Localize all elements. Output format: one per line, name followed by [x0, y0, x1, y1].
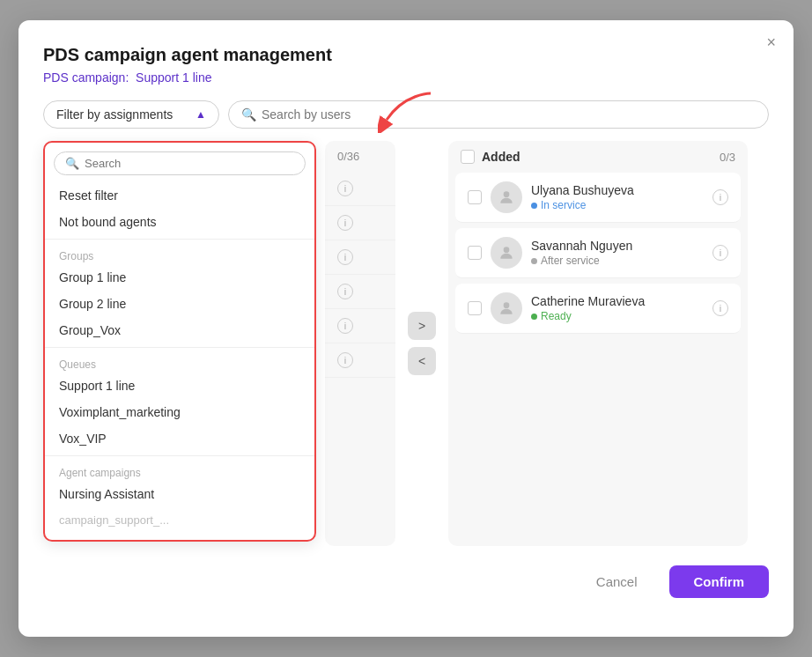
list-item[interactable]: i: [325, 343, 395, 378]
agent-checkbox-savannah[interactable]: [468, 246, 482, 260]
filter-dropdown-label: Filter by assignments: [56, 107, 173, 122]
info-icon-1[interactable]: i: [337, 181, 353, 196]
status-dot-ulyana: [531, 203, 537, 209]
agent-row-catherine: Catherine Muravieva Ready i: [455, 284, 741, 334]
status-dot-savannah: [531, 258, 537, 264]
list-item[interactable]: i: [325, 240, 395, 275]
left-panel: 0/36 i i i i i: [325, 141, 395, 546]
status-dot-catherine: [531, 314, 537, 320]
info-icon-6[interactable]: i: [337, 352, 353, 368]
list-item[interactable]: i: [325, 275, 395, 309]
info-icon-2[interactable]: i: [337, 215, 353, 231]
right-panel: Added 0/3 Ulyana Bushuyeva In service: [448, 141, 748, 546]
dropdown-item-voxvip[interactable]: Vox_VIP: [45, 425, 314, 452]
agent-status-catherine: Ready: [531, 310, 704, 322]
info-icon-3[interactable]: i: [337, 249, 353, 265]
dropdown-item-not-bound-agents[interactable]: Not bound agents: [45, 209, 314, 235]
dropdown-item-nursing-assistant[interactable]: Nursing Assistant: [45, 481, 314, 507]
agent-name-ulyana: Ulyana Bushuyeva: [531, 183, 704, 197]
search-by-users-input[interactable]: [262, 107, 756, 122]
agent-status-savannah: After service: [531, 255, 704, 267]
left-panel-list: i i i i i i: [325, 172, 395, 378]
dropdown-search-field[interactable]: 🔍: [54, 151, 306, 175]
filter-by-assignments-dropdown[interactable]: Filter by assignments ▲: [43, 100, 219, 129]
agent-status-text-catherine: Ready: [541, 310, 572, 322]
dropdown-item-campaign-support[interactable]: campaign_support_...: [45, 507, 314, 533]
dropdown-section-agent-campaigns: Agent campaigns: [45, 460, 314, 481]
dropdown-item-reset-filter[interactable]: Reset filter: [45, 182, 314, 209]
filter-dropdown-menu: 🔍 Reset filter Not bound agents Groups G…: [43, 141, 316, 542]
modal: × PDS campaign agent management PDS camp…: [18, 20, 794, 637]
agent-row-ulyana: Ulyana Bushuyeva In service i: [455, 173, 741, 223]
avatar-savannah: [491, 237, 522, 269]
confirm-button[interactable]: Confirm: [669, 565, 770, 598]
transfer-forward-button[interactable]: >: [408, 312, 436, 340]
cancel-button[interactable]: Cancel: [575, 565, 659, 598]
dropdown-search-icon: 🔍: [65, 157, 79, 170]
agent-checkbox-ulyana[interactable]: [468, 190, 482, 204]
close-button[interactable]: ×: [766, 34, 776, 50]
svg-point-2: [504, 247, 510, 253]
info-icon-4[interactable]: i: [337, 284, 353, 299]
transfer-backward-button[interactable]: <: [408, 347, 436, 375]
agent-info-icon-ulyana[interactable]: i: [712, 189, 728, 205]
left-panel-header: 0/36: [325, 141, 395, 172]
dropdown-item-group1line[interactable]: Group 1 line: [45, 264, 314, 291]
agent-info-catherine: Catherine Muravieva Ready: [531, 294, 704, 322]
agent-status-text-ulyana: In service: [541, 199, 586, 211]
filter-dropdown-arrow: ▲: [196, 108, 206, 121]
search-icon: 🔍: [241, 107, 256, 122]
agent-info-icon-savannah[interactable]: i: [712, 245, 728, 261]
dropdown-search-input[interactable]: [85, 157, 294, 170]
added-count: 0/3: [720, 151, 735, 164]
modal-title: PDS campaign agent management: [43, 45, 769, 65]
avatar-ulyana: [491, 181, 522, 213]
search-by-users-bar[interactable]: 🔍: [228, 100, 769, 129]
modal-subtitle: PDS campaign: Support 1 line: [43, 70, 769, 85]
info-icon-5[interactable]: i: [337, 318, 353, 334]
agent-info-ulyana: Ulyana Bushuyeva In service: [531, 183, 704, 211]
list-item[interactable]: i: [325, 206, 395, 240]
agent-name-catherine: Catherine Muravieva: [531, 294, 704, 308]
right-panel-header: Added 0/3: [448, 141, 748, 173]
agent-info-savannah: Savannah Nguyen After service: [531, 239, 704, 267]
transfer-buttons-col: > <: [404, 141, 439, 546]
subtitle-label: PDS campaign:: [43, 70, 129, 85]
added-label: Added: [461, 150, 520, 164]
subtitle-value: Support 1 line: [136, 70, 211, 85]
dropdown-divider-1: [45, 239, 314, 240]
list-item[interactable]: i: [325, 309, 395, 343]
dropdown-item-groupvox[interactable]: Group_Vox: [45, 317, 314, 343]
modal-footer: Cancel Confirm: [43, 565, 769, 598]
agent-status-ulyana: In service: [531, 199, 704, 211]
filter-row: Filter by assignments ▲ 🔍: [43, 100, 769, 129]
agent-status-text-savannah: After service: [541, 255, 600, 267]
added-text: Added: [482, 150, 520, 164]
agent-name-savannah: Savannah Nguyen: [531, 239, 704, 253]
dropdown-item-voximplant-marketing[interactable]: Voximplant_marketing: [45, 399, 314, 425]
dropdown-section-queues: Queues: [45, 351, 314, 373]
agent-row-savannah: Savannah Nguyen After service i: [455, 228, 741, 278]
content-area: 🔍 Reset filter Not bound agents Groups G…: [43, 141, 769, 546]
dropdown-divider-2: [45, 347, 314, 348]
added-select-all-checkbox[interactable]: [461, 150, 475, 164]
svg-point-1: [504, 191, 510, 197]
list-item[interactable]: i: [325, 172, 395, 206]
modal-overlay: × PDS campaign agent management PDS camp…: [0, 0, 812, 657]
dropdown-divider-3: [45, 455, 314, 456]
svg-point-3: [504, 302, 510, 308]
avatar-catherine: [491, 292, 522, 324]
dropdown-section-groups: Groups: [45, 243, 314, 264]
dropdown-item-support1line[interactable]: Support 1 line: [45, 373, 314, 399]
agent-info-icon-catherine[interactable]: i: [712, 300, 728, 316]
dropdown-item-group2line[interactable]: Group 2 line: [45, 291, 314, 317]
agent-checkbox-catherine[interactable]: [468, 301, 482, 315]
left-panel-count: 0/36: [337, 150, 359, 163]
